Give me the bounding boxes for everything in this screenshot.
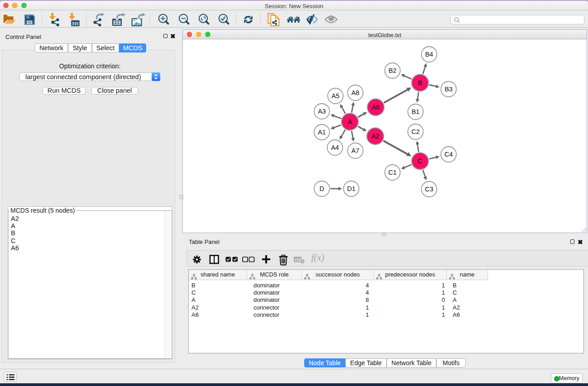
svg-text:A3: A3 — [318, 108, 326, 115]
svg-text:A7: A7 — [351, 147, 359, 154]
svg-text:C: C — [418, 157, 422, 165]
svg-text:A4: A4 — [331, 144, 339, 151]
svg-text:B1: B1 — [411, 108, 420, 115]
svg-text:A8: A8 — [351, 89, 359, 96]
svg-text:B3: B3 — [445, 86, 453, 93]
svg-text:C4: C4 — [445, 151, 453, 158]
svg-text:D1: D1 — [347, 185, 356, 192]
svg-text:B: B — [418, 79, 422, 86]
svg-text:A6: A6 — [372, 104, 380, 111]
svg-text:C2: C2 — [411, 128, 420, 135]
svg-text:C3: C3 — [425, 186, 434, 193]
svg-text:A1: A1 — [318, 129, 326, 136]
svg-text:B4: B4 — [425, 51, 433, 58]
svg-text:C1: C1 — [388, 169, 397, 176]
svg-text:D: D — [320, 185, 324, 192]
svg-text:A5: A5 — [331, 92, 339, 100]
svg-text:A2: A2 — [371, 133, 379, 140]
svg-text:B2: B2 — [388, 67, 397, 74]
svg-text:A: A — [348, 118, 352, 125]
